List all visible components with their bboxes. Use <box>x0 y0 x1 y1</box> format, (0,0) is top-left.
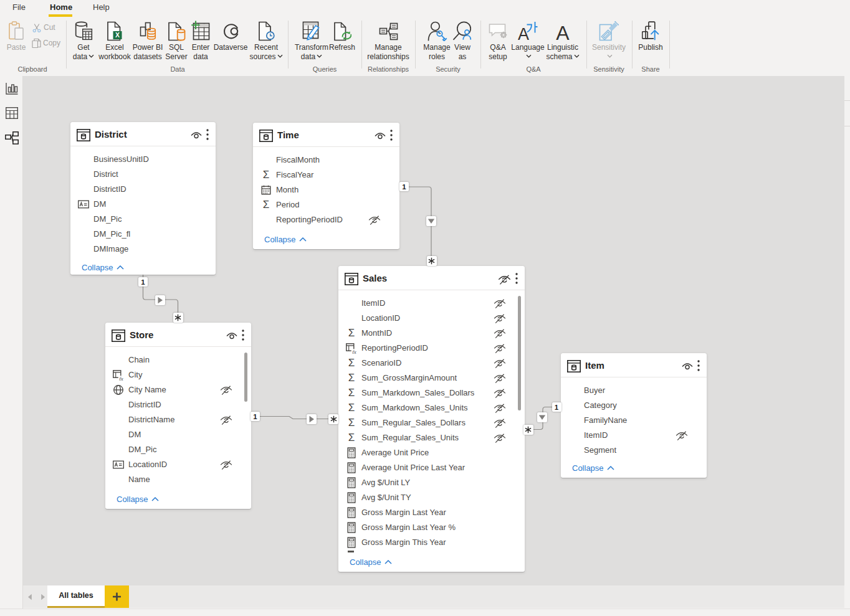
svg-text:fx: fx <box>119 376 123 381</box>
svg-text:fx: fx <box>352 349 356 354</box>
